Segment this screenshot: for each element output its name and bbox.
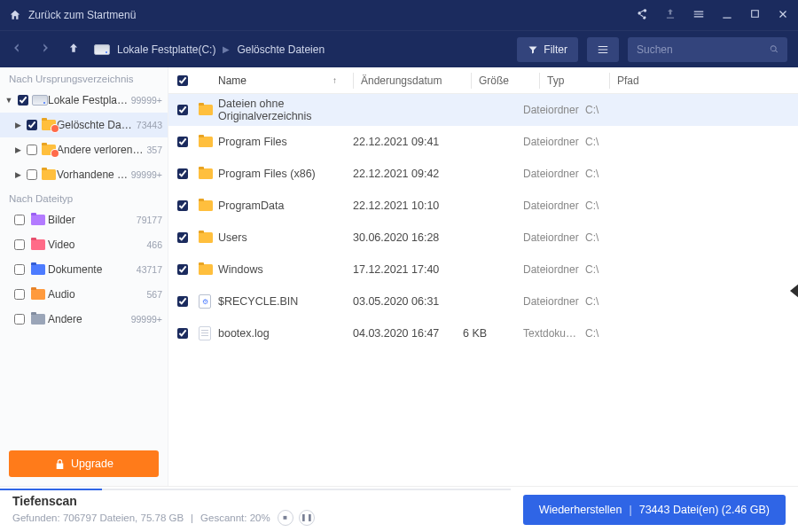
upgrade-button[interactable]: Upgrade xyxy=(9,450,159,477)
back-to-start-button[interactable]: Zurück zum Startmenü xyxy=(9,9,136,21)
side-panel-toggle[interactable] xyxy=(790,284,798,298)
scan-stop-button[interactable]: ■ xyxy=(278,510,293,526)
category-checkbox[interactable] xyxy=(14,215,25,225)
expander-icon[interactable]: ▶ xyxy=(12,145,23,154)
row-checkbox[interactable] xyxy=(177,105,188,115)
tree-drive-checkbox[interactable] xyxy=(18,95,28,106)
row-size xyxy=(463,126,523,158)
row-size xyxy=(463,286,523,317)
search-input[interactable] xyxy=(637,43,770,56)
file-table: Name ↑ Änderungsdatum Größe Typ Pfad Dat… xyxy=(168,67,798,486)
tree-sub-row[interactable]: ▶Vorhandene Dateien99999+ xyxy=(0,162,168,187)
nav-back-icon[interactable] xyxy=(11,42,23,57)
row-checkbox[interactable] xyxy=(177,264,188,275)
row-type: Dateiordner xyxy=(523,126,585,158)
category-row[interactable]: Dokumente43717 xyxy=(0,257,168,282)
header-size[interactable]: Größe xyxy=(479,67,539,93)
export-icon[interactable] xyxy=(664,8,677,23)
expander-icon[interactable]: ▼ xyxy=(4,96,14,105)
row-path: C:\ xyxy=(585,286,798,317)
row-path: C:\ xyxy=(585,190,798,222)
row-size xyxy=(463,94,523,126)
table-row[interactable]: bootex.log04.03.2020 16:476 KBTextdoku…C… xyxy=(168,317,798,349)
table-row[interactable]: Program Files22.12.2021 09:41Dateiordner… xyxy=(168,126,798,158)
sort-asc-icon[interactable]: ↑ xyxy=(332,75,337,85)
close-icon[interactable] xyxy=(777,8,789,23)
header-checkbox[interactable] xyxy=(177,75,188,86)
breadcrumb-drive[interactable]: Lokale Festplatte(C:) xyxy=(117,43,215,56)
row-type: Dateiordner xyxy=(523,286,585,317)
table-row[interactable]: Windows17.12.2021 17:40DateiordnerC:\ xyxy=(168,254,798,286)
row-icon xyxy=(199,222,218,254)
table-row[interactable]: ProgramData22.12.2021 10:10DateiordnerC:… xyxy=(168,190,798,222)
tree-drive-row[interactable]: ▼ Lokale Festplatte(C:) 99999+ xyxy=(0,88,168,113)
category-checkbox[interactable] xyxy=(14,239,25,250)
tree-sub-checkbox[interactable] xyxy=(27,120,37,130)
row-name: Dateien ohne Originalverzeichnis xyxy=(218,94,353,126)
category-checkbox[interactable] xyxy=(14,264,25,275)
scan-pause-button[interactable]: ❚❚ xyxy=(299,510,315,526)
category-row[interactable]: Audio567 xyxy=(0,282,168,307)
tree-sub-row[interactable]: ▶Gelöschte Dateien73443 xyxy=(0,113,168,137)
recover-label: Wiederherstellen xyxy=(539,504,622,516)
expander-icon[interactable]: ▶ xyxy=(12,170,23,179)
category-label: Audio xyxy=(46,288,146,301)
category-count: 567 xyxy=(146,289,162,300)
row-checkbox[interactable] xyxy=(177,200,188,211)
category-checkbox[interactable] xyxy=(14,314,25,325)
row-checkbox[interactable] xyxy=(177,232,188,243)
row-type: Dateiordner xyxy=(523,158,585,190)
header-type[interactable]: Typ xyxy=(547,67,609,93)
row-checkbox[interactable] xyxy=(177,168,188,179)
table-row[interactable]: Dateien ohne OriginalverzeichnisDateiord… xyxy=(168,94,798,126)
row-checkbox[interactable] xyxy=(177,137,188,147)
breadcrumb-folder[interactable]: Gelöschte Dateien xyxy=(237,43,325,56)
header-date[interactable]: Änderungsdatum xyxy=(361,67,471,93)
drive-icon xyxy=(32,95,48,106)
titlebar-actions xyxy=(636,8,789,23)
category-count: 79177 xyxy=(137,215,162,225)
recover-button[interactable]: Wiederherstellen | 73443 Datei(en) (2.46… xyxy=(523,495,786,525)
tree-sub-row[interactable]: ▶Andere verlorene Date…357 xyxy=(0,137,168,162)
table-row[interactable]: Users30.06.2020 16:28DateiordnerC:\ xyxy=(168,222,798,254)
category-checkbox[interactable] xyxy=(14,289,25,300)
filter-button[interactable]: Filter xyxy=(517,37,578,62)
share-icon[interactable] xyxy=(636,8,648,23)
search-field[interactable] xyxy=(628,37,787,62)
tree-drive-label: Lokale Festplatte(C:) xyxy=(48,94,131,106)
view-toggle-button[interactable] xyxy=(587,37,619,62)
nav-forward-icon[interactable] xyxy=(39,42,51,57)
recover-meta: 73443 Datei(en) (2.46 GB) xyxy=(639,504,770,516)
table-row[interactable]: Program Files (x86)22.12.2021 09:42Datei… xyxy=(168,158,798,190)
row-date: 17.12.2021 17:40 xyxy=(353,254,463,286)
scan-status: Tiefenscan Gefunden: 706797 Dateien, 75.… xyxy=(0,489,511,531)
menu-icon[interactable] xyxy=(692,8,705,23)
row-name: Program Files (x86) xyxy=(218,158,353,190)
maximize-icon[interactable] xyxy=(749,8,761,22)
scan-progress-bar xyxy=(0,489,511,490)
row-checkbox[interactable] xyxy=(177,296,188,307)
sidebar-section-type: Nach Dateityp xyxy=(0,187,168,207)
header-name[interactable]: Name xyxy=(218,74,246,87)
tree-sub-checkbox[interactable] xyxy=(27,169,37,180)
footer: Tiefenscan Gefunden: 706797 Dateien, 75.… xyxy=(0,486,798,532)
tree-sub-checkbox[interactable] xyxy=(27,145,37,155)
header-path[interactable]: Pfad xyxy=(617,67,798,93)
row-type: Dateiordner xyxy=(523,254,585,286)
category-row[interactable]: Video466 xyxy=(0,232,168,257)
nav-up-icon[interactable] xyxy=(67,42,80,57)
category-row[interactable]: Andere99999+ xyxy=(0,307,168,332)
row-name: Program Files xyxy=(218,126,353,158)
row-checkbox[interactable] xyxy=(177,328,188,339)
row-path: C:\ xyxy=(585,317,798,349)
tree-sub-count: 99999+ xyxy=(131,169,168,180)
minimize-icon[interactable] xyxy=(721,8,733,23)
back-to-start-label: Zurück zum Startmenü xyxy=(28,9,136,21)
row-date: 30.06.2020 16:28 xyxy=(353,222,463,254)
table-row[interactable]: ⚙$RECYCLE.BIN03.05.2020 06:31Dateiordner… xyxy=(168,286,798,317)
category-row[interactable]: Bilder79177 xyxy=(0,207,168,232)
scan-found: Gefunden: 706797 Dateien, 75.78 GB xyxy=(12,512,184,523)
category-label: Dokumente xyxy=(46,263,137,276)
search-icon xyxy=(770,43,778,55)
expander-icon[interactable]: ▶ xyxy=(12,121,23,129)
